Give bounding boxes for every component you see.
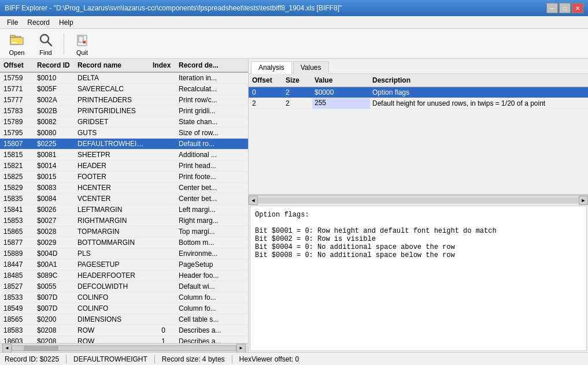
analysis-row[interactable]: 2 2 255 Default height for unused rows, … <box>249 98 588 109</box>
table-row[interactable]: 15877 $0029 BOTTOMMARGIN Bottom m... <box>0 237 248 248</box>
cell-index <box>150 314 176 325</box>
right-hscroll[interactable]: ◄ ► <box>249 195 588 204</box>
cell-recname: COLINFO <box>75 303 150 314</box>
table-row[interactable]: 18533 $007D COLINFO Column fo... <box>0 292 248 303</box>
cell-recname: GUTS <box>75 128 150 138</box>
table-row[interactable]: 18527 $0055 DEFCOLWIDTH Default wi... <box>0 281 248 292</box>
cell-offset: 18447 <box>0 259 35 270</box>
table-row[interactable]: 15829 $0083 HCENTER Center bet... <box>0 182 248 193</box>
table-row[interactable]: 15835 $0084 VCENTER Center bet... <box>0 193 248 204</box>
table-row[interactable]: 18549 $007D COLINFO Column fo... <box>0 303 248 314</box>
cell-offset: 15815 <box>0 150 35 160</box>
header-recdesc: Record de... <box>176 60 248 70</box>
table-row[interactable]: 18565 $0200 DIMENSIONS Cell table s... <box>0 314 248 325</box>
table-row[interactable]: 18603 $0208 ROW 1 Describes a... <box>0 336 248 343</box>
cell-recdesc: Bottom m... <box>176 237 248 248</box>
close-button[interactable]: ✕ <box>572 3 583 13</box>
analysis-table-body[interactable]: 0 2 $0000 Option flags 2 2 255 Default h… <box>249 87 588 109</box>
cell-recid: $0014 <box>35 161 75 171</box>
cell-index <box>150 281 176 292</box>
hscroll-thumb[interactable] <box>24 346 58 351</box>
cell-offset: 15783 <box>0 106 35 116</box>
table-row[interactable]: 15825 $0015 FOOTER Print foote... <box>0 172 248 182</box>
cell-recid: $0081 <box>35 150 75 160</box>
tab-values[interactable]: Values <box>293 61 329 74</box>
table-row[interactable]: 15783 $002B PRINTGRIDLINES Print gridli.… <box>0 106 248 117</box>
cell-index <box>150 270 176 281</box>
table-row[interactable]: 15777 $002A PRINTHEADERS Print row/c... <box>0 95 248 106</box>
menu-record[interactable]: Record <box>23 17 54 28</box>
table-row[interactable]: 18447 $00A1 PAGESETUP PageSetup <box>0 259 248 270</box>
hscroll-track[interactable] <box>12 345 236 351</box>
acell-size: 2 <box>283 98 312 109</box>
table-row[interactable]: 15821 $0014 HEADER Print head... <box>0 161 248 172</box>
right-hscroll-left[interactable]: ◄ <box>249 196 258 205</box>
svg-rect-1 <box>10 35 15 38</box>
cell-offset: 15889 <box>0 248 35 259</box>
tab-analysis[interactable]: Analysis <box>251 61 292 74</box>
hscroll-left-arrow[interactable]: ◄ <box>2 344 12 353</box>
acell-desc: Option flags <box>370 87 588 98</box>
maximize-button[interactable]: □ <box>559 3 571 13</box>
cell-recname: GRIDSET <box>75 117 150 127</box>
cell-recname: ROW <box>75 336 150 343</box>
cell-offset: 15777 <box>0 95 35 105</box>
quit-button[interactable]: Quit <box>69 29 95 59</box>
table-row[interactable]: 15789 $0082 GRIDSET State chan... <box>0 117 248 128</box>
cell-recdesc: State chan... <box>176 117 248 127</box>
cell-index <box>150 259 176 270</box>
cell-recid: $0080 <box>35 128 75 138</box>
cell-recname: BOTTOMMARGIN <box>75 237 150 248</box>
cell-recid: $0225 <box>35 139 75 149</box>
table-row[interactable]: 15815 $0081 SHEETPR Additional ... <box>0 150 248 161</box>
cell-recid: $0208 <box>35 325 75 336</box>
toolbar-separator <box>64 33 64 54</box>
menu-help[interactable]: Help <box>54 17 78 28</box>
cell-recid: $089C <box>35 270 75 281</box>
cell-recdesc: Cell table s... <box>176 314 248 325</box>
table-row[interactable]: 18583 $0208 ROW 0 Describes a... <box>0 325 248 336</box>
hscroll-right-arrow[interactable]: ► <box>236 344 246 353</box>
right-hscroll-right[interactable]: ► <box>579 196 588 205</box>
cell-recname: COLINFO <box>75 292 150 303</box>
cell-recid: $0028 <box>35 226 75 237</box>
cell-index <box>150 215 176 226</box>
cell-offset: 15835 <box>0 193 35 204</box>
table-row[interactable]: 15865 $0028 TOPMARGIN Top margi... <box>0 226 248 237</box>
table-row[interactable]: 15853 $0027 RIGHTMARGIN Right marg... <box>0 215 248 226</box>
cell-offset: 15853 <box>0 215 35 226</box>
acol-desc-header: Description <box>370 75 588 85</box>
table-row[interactable]: 15807 $0225 DEFAULTROWHEIGHT Default ro.… <box>0 139 248 150</box>
table-row[interactable]: 15795 $0080 GUTS Size of row... <box>0 128 248 139</box>
header-recid: Record ID <box>35 60 75 70</box>
status-record-name: DEFAULTROWHEIGHT <box>73 355 155 363</box>
cell-index: 0 <box>150 325 176 336</box>
analysis-table-container: Offset Size Value Description 0 2 $0000 … <box>249 74 588 195</box>
cell-index <box>150 139 176 149</box>
minimize-button[interactable]: ─ <box>546 3 558 13</box>
right-hscroll-track[interactable] <box>258 198 579 203</box>
description-panel: Option flags: Bit $0001 = 0: Row height … <box>250 206 587 351</box>
acell-value: 255 <box>312 98 370 109</box>
cell-offset: 15877 <box>0 237 35 248</box>
cell-recdesc: Print foote... <box>176 172 248 182</box>
table-row[interactable]: 15841 $0026 LEFTMARGIN Left margi... <box>0 204 248 215</box>
cell-recid: $002B <box>35 106 75 116</box>
find-icon <box>38 32 54 48</box>
menu-file[interactable]: File <box>2 17 23 28</box>
find-button[interactable]: Find <box>32 29 59 59</box>
analysis-row[interactable]: 0 2 $0000 Option flags <box>249 87 588 98</box>
status-record-size: Record size: 4 bytes <box>162 355 232 363</box>
horizontal-scrollbar[interactable]: ◄ ► <box>0 343 248 352</box>
table-row[interactable]: 15759 $0010 DELTA Iteration in... <box>0 73 248 84</box>
table-row[interactable]: 15889 $004D PLS Environme... <box>0 248 248 259</box>
cell-index <box>150 292 176 303</box>
cell-offset: 18533 <box>0 292 35 303</box>
svg-line-5 <box>47 42 51 46</box>
table-body[interactable]: 15759 $0010 DELTA Iteration in... 15771 … <box>0 73 248 343</box>
cell-offset: 15865 <box>0 226 35 237</box>
open-button[interactable]: Open <box>3 29 30 59</box>
table-row[interactable]: 18485 $089C HEADERFOOTER Header foo... <box>0 270 248 281</box>
cell-index <box>150 193 176 204</box>
table-row[interactable]: 15771 $005F SAVERECALC Recalculat... <box>0 84 248 95</box>
